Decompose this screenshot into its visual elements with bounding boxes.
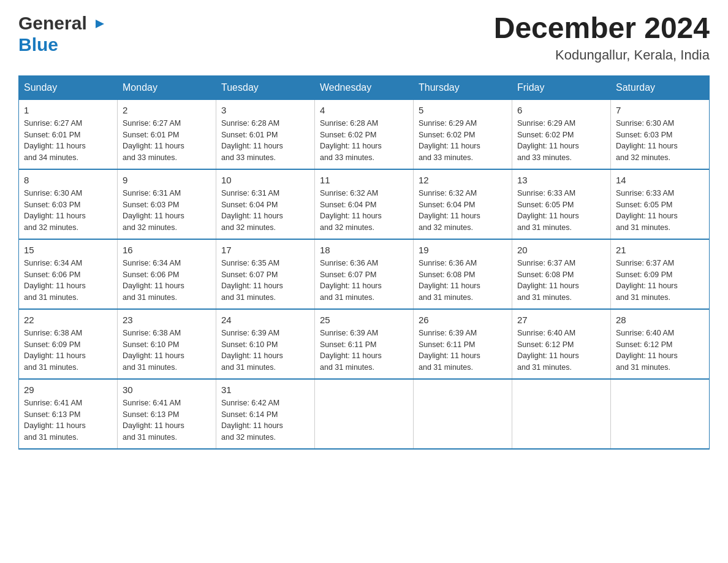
calendar-cell: 12 Sunrise: 6:32 AMSunset: 6:04 PMDaylig… <box>414 169 512 239</box>
calendar-cell: 1 Sunrise: 6:27 AMSunset: 6:01 PMDayligh… <box>19 99 118 169</box>
day-number: 17 <box>221 245 309 255</box>
day-number: 15 <box>24 245 112 255</box>
day-info: Sunrise: 6:32 AMSunset: 6:04 PMDaylight:… <box>320 188 408 234</box>
month-title: December 2024 <box>494 12 710 45</box>
calendar-cell: 4 Sunrise: 6:28 AMSunset: 6:02 PMDayligh… <box>315 99 414 169</box>
day-info: Sunrise: 6:41 AMSunset: 6:13 PMDaylight:… <box>123 397 211 443</box>
day-number: 24 <box>221 315 309 325</box>
day-number: 3 <box>221 105 309 115</box>
calendar-cell: 8 Sunrise: 6:30 AMSunset: 6:03 PMDayligh… <box>19 169 118 239</box>
calendar-header: Sunday Monday Tuesday Wednesday Thursday… <box>19 75 710 99</box>
col-friday: Friday <box>512 75 611 99</box>
calendar-cell: 19 Sunrise: 6:36 AMSunset: 6:08 PMDaylig… <box>414 239 512 309</box>
day-number: 11 <box>320 175 408 185</box>
day-number: 5 <box>419 105 507 115</box>
day-number: 1 <box>24 105 112 115</box>
calendar-cell: 28 Sunrise: 6:40 AMSunset: 6:12 PMDaylig… <box>611 309 710 379</box>
day-info: Sunrise: 6:33 AMSunset: 6:05 PMDaylight:… <box>517 188 605 234</box>
day-number: 20 <box>517 245 605 255</box>
day-info: Sunrise: 6:29 AMSunset: 6:02 PMDaylight:… <box>517 118 605 164</box>
calendar-cell: 24 Sunrise: 6:39 AMSunset: 6:10 PMDaylig… <box>216 309 315 379</box>
day-info: Sunrise: 6:33 AMSunset: 6:05 PMDaylight:… <box>616 188 704 234</box>
day-number: 23 <box>123 315 211 325</box>
calendar-cell: 15 Sunrise: 6:34 AMSunset: 6:06 PMDaylig… <box>19 239 118 309</box>
day-info: Sunrise: 6:42 AMSunset: 6:14 PMDaylight:… <box>221 397 309 443</box>
calendar-cell <box>611 379 710 449</box>
day-info: Sunrise: 6:36 AMSunset: 6:08 PMDaylight:… <box>419 258 507 304</box>
day-number: 6 <box>517 105 605 115</box>
day-number: 4 <box>320 105 408 115</box>
calendar-cell: 23 Sunrise: 6:38 AMSunset: 6:10 PMDaylig… <box>118 309 216 379</box>
day-info: Sunrise: 6:31 AMSunset: 6:04 PMDaylight:… <box>221 188 309 234</box>
day-number: 13 <box>517 175 605 185</box>
day-info: Sunrise: 6:36 AMSunset: 6:07 PMDaylight:… <box>320 258 408 304</box>
day-number: 22 <box>24 315 112 325</box>
day-number: 27 <box>517 315 605 325</box>
day-number: 31 <box>221 385 309 395</box>
day-info: Sunrise: 6:27 AMSunset: 6:01 PMDaylight:… <box>24 118 112 164</box>
header-row: Sunday Monday Tuesday Wednesday Thursday… <box>19 75 710 99</box>
day-number: 30 <box>123 385 211 395</box>
day-info: Sunrise: 6:34 AMSunset: 6:06 PMDaylight:… <box>123 258 211 304</box>
col-tuesday: Tuesday <box>216 75 315 99</box>
day-number: 26 <box>419 315 507 325</box>
day-number: 19 <box>419 245 507 255</box>
calendar-cell: 2 Sunrise: 6:27 AMSunset: 6:01 PMDayligh… <box>118 99 216 169</box>
day-number: 28 <box>616 315 704 325</box>
calendar-cell: 22 Sunrise: 6:38 AMSunset: 6:09 PMDaylig… <box>19 309 118 379</box>
col-thursday: Thursday <box>414 75 512 99</box>
location: Kodungallur, Kerala, India <box>494 47 710 63</box>
calendar-cell: 30 Sunrise: 6:41 AMSunset: 6:13 PMDaylig… <box>118 379 216 449</box>
day-info: Sunrise: 6:29 AMSunset: 6:02 PMDaylight:… <box>419 118 507 164</box>
calendar-cell: 21 Sunrise: 6:37 AMSunset: 6:09 PMDaylig… <box>611 239 710 309</box>
logo-general: General <box>18 13 87 33</box>
day-info: Sunrise: 6:34 AMSunset: 6:06 PMDaylight:… <box>24 258 112 304</box>
calendar-week-row: 8 Sunrise: 6:30 AMSunset: 6:03 PMDayligh… <box>19 169 710 239</box>
logo-blue: Blue <box>18 34 58 55</box>
day-number: 16 <box>123 245 211 255</box>
day-number: 21 <box>616 245 704 255</box>
calendar-cell: 10 Sunrise: 6:31 AMSunset: 6:04 PMDaylig… <box>216 169 315 239</box>
day-info: Sunrise: 6:37 AMSunset: 6:09 PMDaylight:… <box>616 258 704 304</box>
day-number: 29 <box>24 385 112 395</box>
calendar-cell: 31 Sunrise: 6:42 AMSunset: 6:14 PMDaylig… <box>216 379 315 449</box>
col-monday: Monday <box>118 75 216 99</box>
day-info: Sunrise: 6:37 AMSunset: 6:08 PMDaylight:… <box>517 258 605 304</box>
day-info: Sunrise: 6:28 AMSunset: 6:01 PMDaylight:… <box>221 118 309 164</box>
calendar-cell: 29 Sunrise: 6:41 AMSunset: 6:13 PMDaylig… <box>19 379 118 449</box>
calendar-cell: 16 Sunrise: 6:34 AMSunset: 6:06 PMDaylig… <box>118 239 216 309</box>
day-number: 7 <box>616 105 704 115</box>
day-number: 12 <box>419 175 507 185</box>
day-info: Sunrise: 6:38 AMSunset: 6:09 PMDaylight:… <box>24 327 112 373</box>
day-info: Sunrise: 6:38 AMSunset: 6:10 PMDaylight:… <box>123 327 211 373</box>
calendar-cell: 13 Sunrise: 6:33 AMSunset: 6:05 PMDaylig… <box>512 169 611 239</box>
calendar-cell: 3 Sunrise: 6:28 AMSunset: 6:01 PMDayligh… <box>216 99 315 169</box>
page-header: General Blue December 2024 Kodungallur, … <box>18 12 710 63</box>
calendar-week-row: 29 Sunrise: 6:41 AMSunset: 6:13 PMDaylig… <box>19 379 710 449</box>
calendar-cell: 7 Sunrise: 6:30 AMSunset: 6:03 PMDayligh… <box>611 99 710 169</box>
calendar-cell <box>414 379 512 449</box>
calendar-cell <box>512 379 611 449</box>
day-number: 18 <box>320 245 408 255</box>
calendar-cell: 20 Sunrise: 6:37 AMSunset: 6:08 PMDaylig… <box>512 239 611 309</box>
day-info: Sunrise: 6:32 AMSunset: 6:04 PMDaylight:… <box>419 188 507 234</box>
calendar-week-row: 15 Sunrise: 6:34 AMSunset: 6:06 PMDaylig… <box>19 239 710 309</box>
calendar-week-row: 22 Sunrise: 6:38 AMSunset: 6:09 PMDaylig… <box>19 309 710 379</box>
calendar-cell: 26 Sunrise: 6:39 AMSunset: 6:11 PMDaylig… <box>414 309 512 379</box>
day-info: Sunrise: 6:28 AMSunset: 6:02 PMDaylight:… <box>320 118 408 164</box>
calendar-cell: 14 Sunrise: 6:33 AMSunset: 6:05 PMDaylig… <box>611 169 710 239</box>
calendar-cell <box>315 379 414 449</box>
calendar-cell: 5 Sunrise: 6:29 AMSunset: 6:02 PMDayligh… <box>414 99 512 169</box>
calendar-cell: 11 Sunrise: 6:32 AMSunset: 6:04 PMDaylig… <box>315 169 414 239</box>
col-saturday: Saturday <box>611 75 710 99</box>
day-info: Sunrise: 6:31 AMSunset: 6:03 PMDaylight:… <box>123 188 211 234</box>
calendar-cell: 18 Sunrise: 6:36 AMSunset: 6:07 PMDaylig… <box>315 239 414 309</box>
calendar-week-row: 1 Sunrise: 6:27 AMSunset: 6:01 PMDayligh… <box>19 99 710 169</box>
col-sunday: Sunday <box>19 75 118 99</box>
calendar-cell: 9 Sunrise: 6:31 AMSunset: 6:03 PMDayligh… <box>118 169 216 239</box>
day-info: Sunrise: 6:40 AMSunset: 6:12 PMDaylight:… <box>517 327 605 373</box>
day-info: Sunrise: 6:39 AMSunset: 6:11 PMDaylight:… <box>320 327 408 373</box>
day-number: 9 <box>123 175 211 185</box>
day-info: Sunrise: 6:39 AMSunset: 6:10 PMDaylight:… <box>221 327 309 373</box>
svg-marker-0 <box>96 20 104 28</box>
